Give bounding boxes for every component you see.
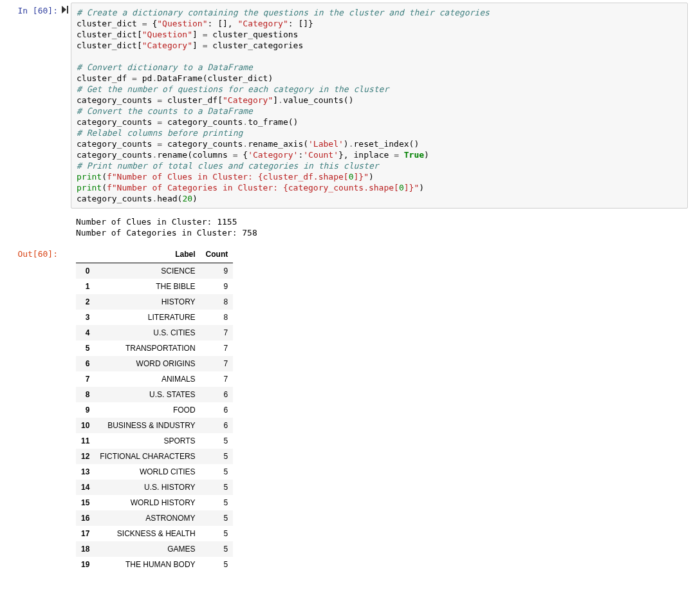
table-row: 11SPORTS5 — [76, 433, 233, 449]
table-cell: ANIMALS — [95, 371, 200, 387]
row-index: 18 — [76, 541, 95, 557]
output-prompt: Out[60]: — [0, 246, 60, 259]
table-row: 15WORLD HISTORY5 — [76, 495, 233, 510]
run-cell-icon[interactable] — [60, 3, 71, 15]
table-cell: 6 — [201, 402, 234, 418]
table-row: 16ASTRONOMY5 — [76, 510, 233, 526]
row-index: 4 — [76, 325, 95, 341]
table-cell: U.S. STATES — [95, 387, 200, 402]
code-input[interactable]: # Create a dictionary containing the que… — [71, 3, 688, 209]
row-index: 12 — [76, 449, 95, 464]
table-cell: 7 — [201, 341, 234, 356]
table-column-header: Count — [201, 246, 234, 263]
table-cell: THE HUMAN BODY — [95, 557, 200, 572]
input-prompt: In [60]: — [0, 3, 60, 15]
notebook-output-row: Out[60]: LabelCount 0SCIENCE91THE BIBLE9… — [0, 243, 693, 580]
table-row: 14U.S. HISTORY5 — [76, 480, 233, 495]
table-cell: SPORTS — [95, 433, 200, 449]
table-cell: TRANSPORTATION — [95, 341, 200, 356]
row-index: 6 — [76, 356, 95, 371]
notebook-input-cell: In [60]: # Create a dictionary containin… — [0, 0, 693, 211]
table-header-row: LabelCount — [76, 246, 233, 263]
table-cell: 8 — [201, 310, 234, 325]
row-index: 17 — [76, 526, 95, 541]
table-cell: 5 — [201, 480, 234, 495]
table-row: 9FOOD6 — [76, 402, 233, 418]
table-cell: LITERATURE — [95, 310, 200, 325]
row-index: 0 — [76, 263, 95, 279]
table-row: 17SICKNESS & HEALTH5 — [76, 526, 233, 541]
table-cell: 5 — [201, 541, 234, 557]
table-row: 6WORD ORIGINS7 — [76, 356, 233, 371]
table-cell: 5 — [201, 495, 234, 510]
table-cell: 6 — [201, 387, 234, 402]
table-row: 12FICTIONAL CHARACTERS5 — [76, 449, 233, 464]
table-cell: THE BIBLE — [95, 279, 200, 294]
table-cell: FICTIONAL CHARACTERS — [95, 449, 200, 464]
table-cell: 5 — [201, 464, 234, 480]
row-index: 15 — [76, 495, 95, 510]
table-row: 18GAMES5 — [76, 541, 233, 557]
table-row: 4U.S. CITIES7 — [76, 325, 233, 341]
table-cell: 8 — [201, 294, 234, 310]
dataframe-output: LabelCount 0SCIENCE91THE BIBLE92HISTORY8… — [71, 246, 693, 577]
table-cell: 9 — [201, 263, 234, 279]
table-cell: 6 — [201, 418, 234, 433]
table-cell: WORLD CITIES — [95, 464, 200, 480]
table-cell: U.S. HISTORY — [95, 480, 200, 495]
table-cell: 7 — [201, 356, 234, 371]
row-index: 13 — [76, 464, 95, 480]
table-cell: 9 — [201, 279, 234, 294]
table-cell: WORD ORIGINS — [95, 356, 200, 371]
table-cell: HISTORY — [95, 294, 200, 310]
table-cell: 7 — [201, 325, 234, 341]
table-column-header: Label — [95, 246, 200, 263]
row-index: 10 — [76, 418, 95, 433]
row-index: 1 — [76, 279, 95, 294]
row-index: 3 — [76, 310, 95, 325]
table-cell: 7 — [201, 371, 234, 387]
row-index: 11 — [76, 433, 95, 449]
table-cell: BUSINESS & INDUSTRY — [95, 418, 200, 433]
table-row: 7ANIMALS7 — [76, 371, 233, 387]
dataframe-table: LabelCount 0SCIENCE91THE BIBLE92HISTORY8… — [76, 246, 233, 572]
table-cell: ASTRONOMY — [95, 510, 200, 526]
row-index: 19 — [76, 557, 95, 572]
row-index: 14 — [76, 480, 95, 495]
table-row: 10BUSINESS & INDUSTRY6 — [76, 418, 233, 433]
row-index: 7 — [76, 371, 95, 387]
table-cell: SCIENCE — [95, 263, 200, 279]
row-index: 16 — [76, 510, 95, 526]
table-cell: FOOD — [95, 402, 200, 418]
row-index: 9 — [76, 402, 95, 418]
table-cell: SICKNESS & HEALTH — [95, 526, 200, 541]
table-row: 8U.S. STATES6 — [76, 387, 233, 402]
table-row: 1THE BIBLE9 — [76, 279, 233, 294]
table-cell: 5 — [201, 449, 234, 464]
table-cell: 5 — [201, 433, 234, 449]
table-row: 2HISTORY8 — [76, 294, 233, 310]
table-cell: 5 — [201, 526, 234, 541]
empty-prompt — [0, 214, 60, 217]
row-index: 8 — [76, 387, 95, 402]
table-column-header — [76, 246, 95, 263]
table-cell: GAMES — [95, 541, 200, 557]
table-cell: 5 — [201, 510, 234, 526]
table-cell: U.S. CITIES — [95, 325, 200, 341]
row-index: 2 — [76, 294, 95, 310]
table-row: 0SCIENCE9 — [76, 263, 233, 279]
table-row: 19THE HUMAN BODY5 — [76, 557, 233, 572]
svg-rect-0 — [67, 6, 68, 14]
table-row: 5TRANSPORTATION7 — [76, 341, 233, 356]
table-row: 3LITERATURE8 — [76, 310, 233, 325]
row-index: 5 — [76, 341, 95, 356]
table-cell: WORLD HISTORY — [95, 495, 200, 510]
notebook-stdout-row: Number of Clues in Cluster: 1155 Number … — [0, 211, 693, 243]
stdout-output: Number of Clues in Cluster: 1155 Number … — [71, 214, 693, 241]
table-cell: 5 — [201, 557, 234, 572]
table-row: 13WORLD CITIES5 — [76, 464, 233, 480]
